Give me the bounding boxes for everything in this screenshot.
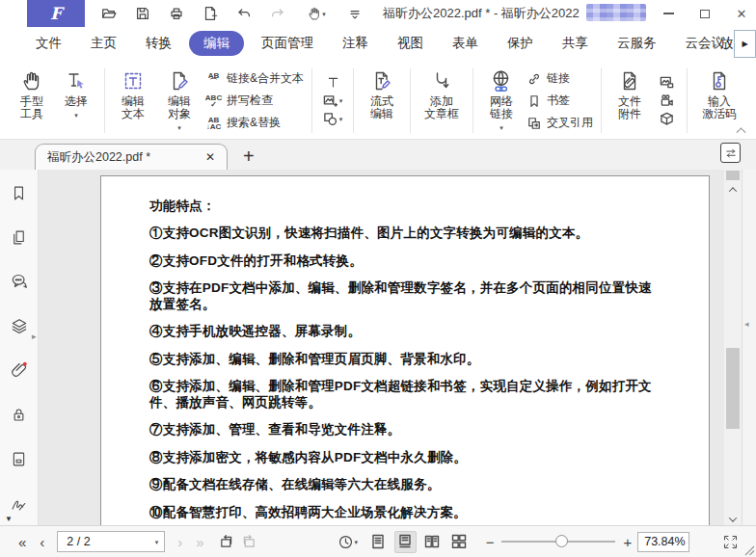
tab-convert[interactable]: 转换 [131,31,186,56]
tab-scroll-right-button[interactable]: ▶ [734,30,756,58]
print-button[interactable] [166,3,187,24]
minimize-button[interactable] [662,7,675,20]
scrollbar-thumb[interactable] [726,348,740,429]
expand-right-panel-handle[interactable]: ◂ [744,319,749,329]
tab-comment[interactable]: 注释 [328,31,383,56]
customize-toolbar-button[interactable] [344,3,365,24]
undo-button[interactable] [233,3,255,24]
cross-reference-button[interactable]: 交叉引用 [526,114,593,133]
scroll-down-button[interactable] [724,513,742,525]
document-tab[interactable]: 福昕办公2022.pdf * ✕ [35,144,228,170]
bookmark-icon [527,94,541,108]
attachments-panel-button[interactable] [9,360,30,380]
destinations-panel-button[interactable] [9,449,30,468]
facing-continuous-view-button[interactable] [448,531,471,553]
spell-check-button[interactable]: ABC✓ 拼写检查 [205,92,304,111]
web-link-button[interactable]: 网络链接 ▾ [479,65,524,137]
facing-view-button[interactable] [421,531,444,553]
arrow-right-icon: ▶ [742,40,747,48]
rotate-view-button[interactable]: ▾ [337,530,360,553]
last-page-button[interactable]: » [189,535,210,549]
add-text-button[interactable] [326,75,340,90]
hand-icon [20,69,43,93]
zoom-value-input[interactable]: 73.84% [637,532,689,552]
sidebar-more-icon[interactable]: ▼ [5,515,13,523]
pages-panel-button[interactable] [9,227,30,247]
close-button[interactable]: ✕ [735,7,748,20]
pdf-page[interactable]: 功能特点： ①支持OCR图文识别，快速将扫描件、图片上的文字转换为可编辑的文本。… [100,175,710,525]
tab-home[interactable]: 主页 [76,31,131,56]
resize-grip[interactable] [743,544,755,556]
link-button[interactable]: 链接 [526,69,593,89]
security-panel-button[interactable] [9,405,30,424]
previous-page-button[interactable]: ‹ [33,535,51,549]
search-replace-button[interactable]: AB↓AC 搜索&替换 [205,114,304,133]
vertical-scrollbar[interactable] [724,170,742,525]
swap-view-button[interactable] [720,143,741,163]
flow-edit-button[interactable]: 流式编辑 [360,65,404,137]
comments-panel-button[interactable] [9,272,30,291]
hand-tool-button[interactable]: 手型工具 [10,65,54,137]
fullscreen-button[interactable] [718,530,742,553]
tab-share[interactable]: 共享 [548,31,603,56]
edit-object-button[interactable]: 编辑对象 ▾ [155,65,203,137]
bookmark-button[interactable]: 书签 [526,92,593,111]
tab-overflow-clipped[interactable]: 放 [720,35,734,52]
zoom-slider[interactable] [501,541,615,543]
close-icon: ✕ [737,8,747,20]
edit-text-button[interactable]: 编辑文本 [111,65,155,137]
add-video-button[interactable] [660,93,674,108]
dropdown-caret-icon: ▾ [74,112,78,119]
zoom-in-button[interactable]: + [623,535,632,549]
previous-view-button[interactable] [215,530,238,553]
add-image-button[interactable]: ▾ [323,93,343,108]
expand-panel-handle[interactable]: ▸ [32,332,37,341]
tab-edit[interactable]: 编辑 [189,31,244,56]
maximize-button[interactable] [698,7,712,20]
facing-continuous-icon [451,534,467,549]
layers-panel-button[interactable] [9,316,30,335]
save-button[interactable] [132,3,153,24]
first-page-button[interactable]: « [12,535,33,549]
tab-file[interactable]: 文件 [21,31,76,56]
document-canvas[interactable]: 功能特点： ①支持OCR图文识别，快速将扫描件、图片上的文字转换为可编辑的文本。… [39,170,724,525]
zoom-slider-handle[interactable] [555,535,568,547]
tab-form[interactable]: 表单 [438,31,493,56]
new-tab-button[interactable]: + [243,146,255,166]
bookmark-label: 书签 [547,93,570,109]
add-article-box-button[interactable]: 添加文章框 [417,65,467,137]
chain-link-icon [527,72,541,86]
collapse-ribbon-button[interactable] [738,126,746,135]
page-number-input[interactable]: 2 / 2 ▾ [57,531,165,552]
bookmarks-panel-button[interactable] [9,183,30,202]
tab-page-manage[interactable]: 页面管理 [247,31,328,56]
account-badge-blurred[interactable] [586,4,646,21]
ribbon-separator [311,68,312,133]
scrollbar-track[interactable] [724,196,742,513]
hand-mode-button[interactable]: ▾ [301,3,332,24]
tab-protect[interactable]: 保护 [493,31,548,56]
continuous-view-button[interactable] [394,531,417,553]
close-tab-icon[interactable]: ✕ [203,150,217,164]
link-merge-text-button[interactable]: AB⌒ 链接&合并文本 [205,69,304,89]
select-tool-button[interactable]: 选择▾ [54,65,98,137]
add-image-annotation-button[interactable] [660,75,674,90]
scroll-up-button[interactable] [724,183,742,196]
tab-cloud-service[interactable]: 云服务 [603,31,671,56]
add-3d-button[interactable] [660,112,674,126]
redo-button[interactable] [267,3,288,24]
single-page-view-button[interactable] [367,531,390,553]
next-page-button[interactable]: › [171,535,189,549]
scrollbar-split-button[interactable] [726,171,740,180]
zoom-out-button[interactable]: − [486,535,495,549]
app-logo[interactable]: F [27,0,85,27]
file-attachment-button[interactable]: 文件附件 [608,65,652,137]
search-replace-label: 搜索&替换 [227,115,281,131]
add-shape-button[interactable]: ▾ [323,112,343,126]
text-tools-group: AB⌒ 链接&合并文本 ABC✓ 拼写检查 AB↓AC 搜索&替换 [203,65,306,137]
next-view-button[interactable] [238,530,261,553]
new-document-button[interactable] [200,3,221,24]
signature-panel-button[interactable] [9,493,30,513]
open-file-button[interactable] [98,3,120,24]
tab-view[interactable]: 视图 [383,31,438,56]
